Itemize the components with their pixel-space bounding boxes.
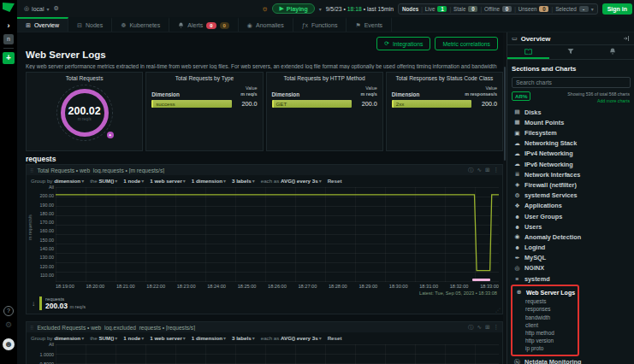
reset-button[interactable]: Reset <box>328 335 342 341</box>
sidebar-item[interactable]: ≡systemd <box>507 273 634 284</box>
reset-button[interactable]: Reset <box>328 178 342 184</box>
tab-anomalies[interactable]: ◉Anomalies <box>239 17 293 32</box>
sidebar-item[interactable]: ☻User Groups <box>507 211 634 221</box>
table-card[interactable]: Total Requests by HTTP Method Dimension … <box>266 72 383 151</box>
sidebar-subitem[interactable]: http method <box>514 329 578 337</box>
toolbar-dropdown[interactable]: the SUM()▾ <box>90 335 117 341</box>
info-icon[interactable]: ⓘ <box>468 167 474 174</box>
sidebar-item[interactable]: ❖Applications <box>507 201 634 211</box>
sidebar-subitem[interactable]: responses <box>514 305 578 313</box>
collapse-sidebar-icon[interactable] <box>623 35 630 42</box>
toolbar-dropdown[interactable]: 1 node▾ <box>123 178 144 184</box>
sidebar-item[interactable]: ☻Logind <box>507 243 634 253</box>
add-space-button[interactable]: + <box>3 52 15 64</box>
sidebar-subitem[interactable]: client <box>514 321 578 329</box>
sidebar-tab-alerts[interactable] <box>592 45 634 59</box>
node-status-pill[interactable]: |Stale0 <box>449 6 477 12</box>
node-selector[interactable]: ◎ local ▾ <box>24 5 50 12</box>
sidebar-item[interactable]: ⚙systemd Services <box>507 191 634 201</box>
tab-nodes[interactable]: ⊟Nodes <box>68 17 112 32</box>
selected-count[interactable]: - <box>579 6 589 12</box>
sidebar-item[interactable]: ≣Network Interfaces <box>507 169 634 179</box>
toolbar-dropdown[interactable]: Group by dimension▾ <box>31 335 84 341</box>
sidebar-subitem[interactable]: requests <box>514 297 578 305</box>
datetime-picker[interactable]: 9/5/23 • 18:18 • last 15min <box>326 6 394 12</box>
kebab-menu-icon[interactable]: ⋮ <box>494 167 500 174</box>
kebab-menu-icon[interactable]: ⋮ <box>494 324 500 332</box>
sidebar-tab-charts[interactable] <box>507 45 549 59</box>
table-row[interactable]: success 200.0 <box>146 99 262 109</box>
table-row[interactable]: 2xx 200.0 <box>387 99 502 109</box>
toolbar-dropdown[interactable]: 3 labels▾ <box>232 178 255 184</box>
metric-correlations-button[interactable]: Metric correlations <box>435 37 498 50</box>
node-status-pill[interactable]: |Unseen0 <box>514 6 548 12</box>
chart-type-icon[interactable]: ∿ <box>477 324 482 332</box>
table-card[interactable]: Total Responses by Status Code Class Dim… <box>386 72 503 151</box>
sidebar-subitem[interactable]: bandwidth <box>514 314 578 321</box>
sidebar-item[interactable]: ▤Disks <box>507 107 634 117</box>
help-icon[interactable]: ? <box>3 306 14 316</box>
sidebar-item-web-server-logs[interactable]: ⊕ Web Server Logs <box>514 287 578 297</box>
fullscreen-icon[interactable]: ⊞ <box>485 167 489 174</box>
sidebar-item[interactable]: ☁Networking Stack <box>507 138 634 149</box>
sidebar-item[interactable]: ☻Users <box>507 221 634 232</box>
resize-handle-icon[interactable]: ⋰ <box>495 307 501 313</box>
sidebar-tab-filter[interactable] <box>549 45 591 59</box>
gauge-card-total-requests[interactable]: Total Requests 200.02 m req/s ✦ <box>26 72 143 151</box>
sign-in-button[interactable]: Sign in <box>602 3 632 15</box>
playing-button[interactable]: ▶ Playing <box>272 3 314 14</box>
toolbar-dropdown[interactable]: 1 node▾ <box>123 335 144 341</box>
node-settings-icon[interactable]: ⚙ <box>54 5 59 12</box>
chart-excluded-requests[interactable]: ⠿ Excluded Requests • web_log.excluded_r… <box>26 321 503 364</box>
table-row[interactable]: GET 200.0 <box>267 99 382 109</box>
toolbar-dropdown[interactable]: the SUM()▾ <box>90 178 117 184</box>
chart-plot-area[interactable] <box>56 344 499 364</box>
add-more-charts-link[interactable]: Add more charts <box>567 98 630 105</box>
drag-handle-icon[interactable]: ⠿ <box>30 167 33 173</box>
sidebar-item[interactable]: ✒MySQL <box>507 253 634 263</box>
chart-total-requests[interactable]: ⠿ Total Requests • web_log.requests • [m… <box>26 164 503 314</box>
toolbar-dropdown[interactable]: each as AVG() every 3s▾ <box>261 178 322 184</box>
integrations-button[interactable]: ⟳Integrations <box>376 37 430 50</box>
sidebar-item[interactable]: ◉Anomaly Detection <box>507 232 634 242</box>
toolbar-dropdown[interactable]: 1 web server▾ <box>150 178 186 184</box>
space-badge[interactable]: n <box>3 34 14 44</box>
tab-alerts[interactable]: Alerts 0 0 <box>169 17 239 32</box>
toolbar-dropdown[interactable]: 1 dimension▾ <box>192 178 226 184</box>
toolbar-dropdown[interactable]: each as AVG() every 3s▾ <box>261 335 322 341</box>
fullscreen-icon[interactable]: ⊞ <box>485 324 489 332</box>
drag-handle-icon[interactable]: ⠿ <box>30 325 33 331</box>
sidebar-item[interactable]: ◎NGINX <box>507 263 634 273</box>
chart-type-icon[interactable]: ∿ <box>477 167 482 174</box>
info-icon[interactable]: ⓘ <box>468 324 474 332</box>
legend-item-requests[interactable]: requests 200.03 m req/s <box>39 296 86 310</box>
sidebar-item[interactable]: ☁IPv6 Networking <box>507 159 634 169</box>
netdata-logo-icon[interactable] <box>3 3 15 12</box>
sidebar-item[interactable]: ▦Mount Points <box>507 117 634 127</box>
tab-functions[interactable]: ƒxFunctions <box>293 17 347 32</box>
toolbar-dropdown[interactable]: Group by dimension▾ <box>31 178 84 184</box>
news-icon[interactable]: ☼ <box>261 4 268 13</box>
expand-rail-button[interactable]: › <box>0 21 17 31</box>
tab-overview[interactable]: ⊞Overview <box>17 17 68 32</box>
toolbar-dropdown[interactable]: 3 labels▾ <box>232 335 255 341</box>
scrollbar-thumb[interactable] <box>504 67 506 161</box>
tab-kubernetes[interactable]: ☸Kubernetes <box>112 17 169 32</box>
sidebar-item[interactable]: ◈Firewall (netfilter) <box>507 179 634 190</box>
table-card[interactable]: Total Requests by Type Dimension Valuem … <box>145 72 263 151</box>
playing-chevron-icon[interactable]: ▾ <box>319 6 322 12</box>
sidebar-subitem[interactable]: ip proto <box>514 344 578 352</box>
toolbar-dropdown[interactable]: 1 dimension▾ <box>192 335 226 341</box>
toolbar-dropdown[interactable]: 1 web server▾ <box>150 335 186 341</box>
sidebar-item[interactable]: ⓃNetdata Monitoring <box>507 357 634 364</box>
search-input[interactable] <box>512 77 631 88</box>
chart-plot-area[interactable] <box>56 187 499 282</box>
settings-icon[interactable]: ⚙ <box>3 320 14 330</box>
tab-events[interactable]: ⚑Events <box>347 17 392 32</box>
selected-chevron-icon[interactable]: ▾ <box>591 6 594 12</box>
node-status-pill[interactable]: |Live1 <box>421 6 447 12</box>
sidebar-item[interactable]: ☁IPv4 Networking <box>507 149 634 159</box>
sidebar-subitem[interactable]: http version <box>514 337 578 344</box>
anomaly-rate-chip[interactable]: AR% <box>512 91 530 101</box>
sidebar-item[interactable]: ▣Filesystem <box>507 127 634 138</box>
